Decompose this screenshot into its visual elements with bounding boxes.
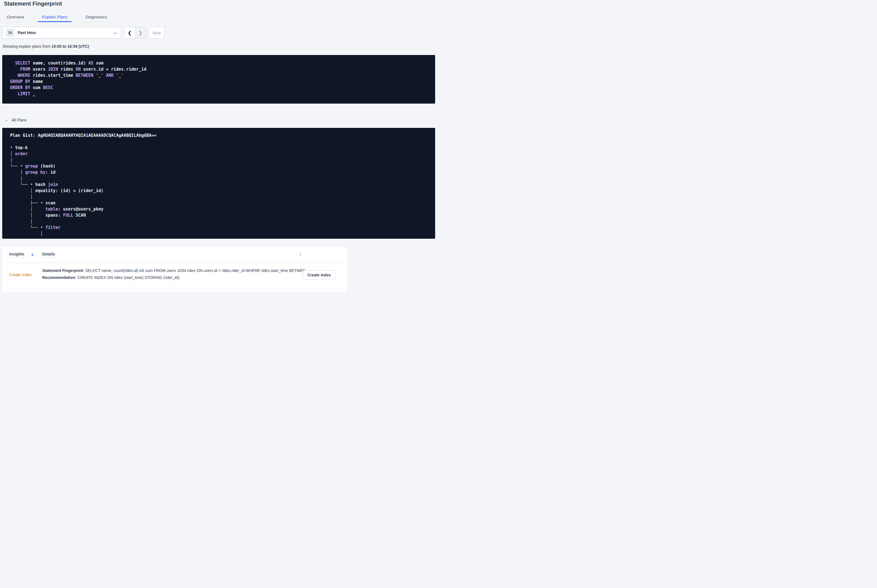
sort-icon-insights[interactable] xyxy=(31,253,33,256)
caret-down-icon xyxy=(299,255,302,256)
tab-overview-label: Overview xyxy=(7,15,24,19)
tab-explain-plans[interactable]: Explain Plans xyxy=(38,12,72,22)
statement-fingerprint-label: Statement Fingerprint: xyxy=(42,268,84,273)
insight-type-label: Create Index xyxy=(9,273,32,277)
page-title: Statement Fingerprint xyxy=(4,0,62,7)
chevron-left-icon: ❮ xyxy=(128,30,131,36)
all-plans-label: All Plans xyxy=(12,118,27,122)
tab-bar: Overview Explain Plans Diagnostics xyxy=(2,12,435,22)
time-range-label: Past Hour xyxy=(18,30,36,35)
caret-up-icon xyxy=(299,253,302,254)
caret-down-icon xyxy=(31,255,33,256)
showing-range-text: Showing explain plans from 15:00 to 16:5… xyxy=(3,44,89,49)
time-range-badge: 1h xyxy=(6,29,14,37)
recommendation-label: Recommendation: xyxy=(42,275,76,280)
tab-diagnostics-label: Diagnostics xyxy=(85,15,107,19)
insights-table-card: Insights Details Create Index Statement … xyxy=(2,247,346,291)
next-interval-button[interactable]: ❯ xyxy=(135,27,146,38)
showing-range-value: 15:00 to 16:59 (UTC) xyxy=(51,44,89,49)
chevron-down-icon xyxy=(114,30,117,34)
statement-fingerprint-line: Statement Fingerprint: SELECT name, coun… xyxy=(42,267,305,274)
create-index-button[interactable]: Create Index xyxy=(303,270,335,279)
sort-icon-details[interactable] xyxy=(299,253,302,256)
now-button[interactable]: Now xyxy=(149,27,165,39)
recommendation-text: CREATE INDEX ON rides (start_time) STORI… xyxy=(76,275,180,280)
insight-row: Create Index Statement Fingerprint: SELE… xyxy=(8,263,341,288)
caret-up-icon xyxy=(31,253,33,254)
time-interval-nav: ❮ ❯ xyxy=(124,27,146,39)
active-tab-indicator xyxy=(38,21,72,22)
prev-interval-button[interactable]: ❮ xyxy=(124,27,135,38)
recommendation-line: Recommendation: CREATE INDEX ON rides (s… xyxy=(42,274,305,281)
column-header-details[interactable]: Details xyxy=(42,252,55,258)
all-plans-link[interactable]: ← All Plans xyxy=(5,117,27,122)
time-range-dropdown[interactable]: 1h Past Hour xyxy=(2,27,121,39)
tab-explain-plans-label: Explain Plans xyxy=(42,15,68,19)
insights-table-header: Insights Details xyxy=(8,247,341,263)
arrow-left-icon: ← xyxy=(5,117,9,122)
chevron-right-icon: ❯ xyxy=(138,30,142,36)
statement-fingerprint-text: SELECT name, count(rides.id) AS sum FROM… xyxy=(84,268,305,273)
tab-overview[interactable]: Overview xyxy=(2,12,29,22)
time-controls: 1h Past Hour ❮ ❯ Now xyxy=(2,27,165,39)
tab-diagnostics[interactable]: Diagnostics xyxy=(81,12,111,22)
sql-statement-block: SELECT name, count(rides.id) AS sum FROM… xyxy=(2,55,435,104)
insight-details: Statement Fingerprint: SELECT name, coun… xyxy=(42,267,305,281)
column-header-insights[interactable]: Insights xyxy=(9,252,24,258)
showing-prefix: Showing explain plans from xyxy=(3,44,51,49)
plan-gist-block: Plan Gist: AgHUAQIABQAAAHYAQIAiAEAAAADCQ… xyxy=(2,128,435,239)
section-divider xyxy=(3,113,435,113)
